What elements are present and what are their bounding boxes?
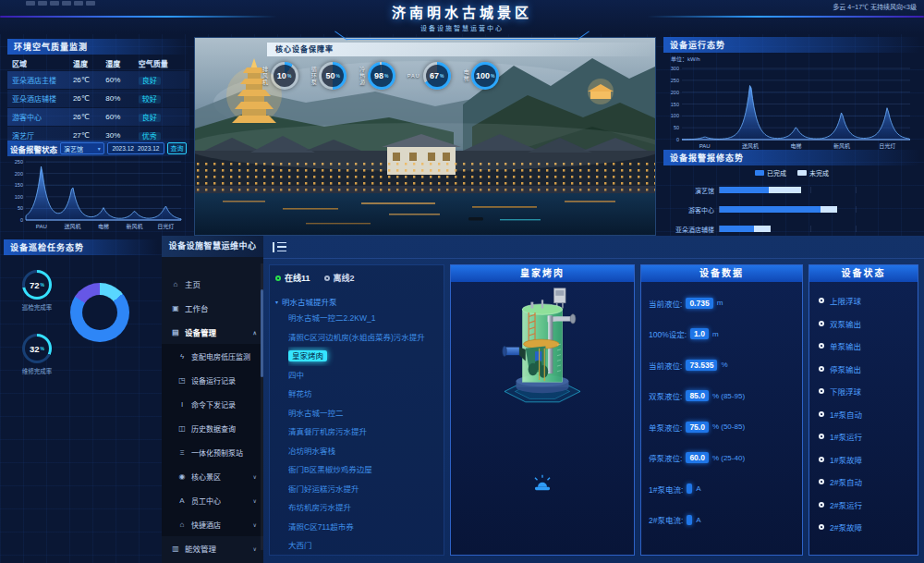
sidebar: 设备设施智慧运维中心 ⌂主页▣工作台▤设备管理∧ϟ变配电房低压监测◳设备运行记录…: [162, 236, 263, 563]
run-panel-unit: 单位：kW/h: [671, 55, 920, 63]
sidebar-item[interactable]: ◫历史数据查询: [162, 416, 263, 440]
device-status-row: 双泵输出: [819, 312, 908, 336]
device-data-panel: 设备数据 当前液位:0.735m100%设定:1.0m当前液位:73.535%双…: [640, 264, 803, 556]
header-deco-trapezoid: [346, 33, 578, 40]
task-stat: 32%维修完成率: [22, 334, 53, 375]
device-status-row: 1#泵故障: [819, 448, 908, 471]
tree-item[interactable]: 明水古城一控二2.2KW_1: [288, 309, 438, 328]
air-quality-badge: 优秀: [139, 132, 161, 141]
chevron-up-icon: ∧: [253, 329, 257, 336]
svg-text:0: 0: [20, 217, 23, 223]
alarm-date-range[interactable]: 2023.12 2023.12: [107, 142, 164, 154]
data-label: 1#泵电流:: [649, 483, 683, 495]
pump-station-3d: [459, 282, 626, 415]
sidebar-title: 设备设施智慧运维中心: [162, 236, 263, 257]
gear-icon: [275, 275, 281, 281]
tree-item[interactable]: 明水古城一控二: [288, 404, 438, 423]
sidebar-item[interactable]: ▤设备管理∧: [162, 320, 263, 344]
sidebar-scrollbar[interactable]: [261, 263, 263, 550]
sidebar-item-label: 工作台: [185, 302, 209, 313]
device-status-row: 1#泵自动: [819, 403, 908, 426]
env-humidity-cell: 80%: [105, 94, 138, 103]
status-label: 双泵输出: [830, 318, 861, 329]
tree-item[interactable]: 皇家烤肉: [288, 347, 438, 366]
weather-text: 多云 4~17℃ 无持续风向<3级: [833, 2, 917, 11]
svg-text:100: 100: [671, 113, 679, 118]
gauge-value: 100%: [471, 62, 499, 90]
env-temp-cell: 27℃: [73, 131, 105, 140]
gear-icon: [819, 524, 824, 530]
menu-collapse-icon[interactable]: [273, 242, 286, 252]
sidebar-item[interactable]: A员工中心∨: [162, 488, 263, 512]
alarm-filter-value: 演艺馆: [64, 144, 83, 153]
tree-item[interactable]: 四中: [288, 366, 438, 386]
task-stat-value: 32%: [22, 334, 52, 363]
device-tree-panel: 在线11离线2 ▾ 明水古城提升泵 明水古城一控二2.2KW_1清照C区河边机房…: [269, 264, 444, 556]
device-run-panel: 设备运行态势 单位：kW/h 050100150200250300PAU送风机电…: [663, 37, 920, 148]
command-icon: I: [177, 400, 187, 409]
env-area-cell: 亚朵酒店辅楼: [7, 93, 73, 104]
sidebar-item[interactable]: ⌂快捷酒店∨: [162, 512, 263, 536]
tree-item[interactable]: 清照C区711超市券: [288, 518, 438, 537]
data-label: 当前液位:: [649, 360, 682, 371]
tree-root-label: 明水古城提升泵: [282, 296, 337, 307]
alarm-search-button[interactable]: 查询: [167, 142, 187, 154]
status-label: 1#泵故障: [830, 454, 862, 465]
tree-tab-offline[interactable]: 离线2: [324, 272, 355, 284]
data-unit: %: [721, 361, 727, 369]
tree-items: 明水古城一控二2.2KW_1清照C区河边机房(水姐卤菜券)污水提升皇家烤肉四中鲜…: [288, 309, 438, 556]
tree-item[interactable]: 衙门好运糕污水提升: [288, 480, 438, 499]
data-panel-title: 设备数据: [641, 265, 802, 282]
svg-text:0: 0: [676, 137, 679, 142]
gear-icon: [819, 434, 824, 439]
data-unit: % (85-95): [712, 392, 745, 400]
env-humidity-cell: 60%: [105, 76, 138, 84]
tree-item[interactable]: 大西门: [288, 536, 438, 556]
air-quality-badge: 良好: [139, 77, 161, 85]
env-col-header: 空气质量: [139, 58, 189, 68]
gauge-ring: 50%: [319, 62, 346, 90]
sidebar-item[interactable]: Ξ一体化预制泵站: [162, 440, 263, 464]
repair-bars: 演艺馆游客中心亚朵酒店辅楼亚朵酒店主楼: [663, 180, 920, 236]
scenic-icon: ◉: [177, 472, 187, 481]
tree-tab-online[interactable]: 在线11: [275, 272, 310, 284]
env-area-cell: 演艺厅: [7, 130, 73, 141]
pump-visual-panel: 皇家烤肉: [450, 264, 635, 556]
data-label: 2#泵电流:: [649, 514, 683, 525]
device-status-row: 停泵输出: [819, 358, 908, 381]
alarm-filter-select[interactable]: 演艺馆 ▾: [60, 142, 104, 154]
sidebar-item[interactable]: ▥能效管理∨: [162, 536, 263, 560]
sidebar-item[interactable]: ◳设备运行记录: [162, 368, 263, 392]
data-label: 停泵液位:: [649, 452, 682, 463]
svg-text:PAU: PAU: [699, 143, 711, 149]
gear-icon: [819, 388, 824, 394]
tree-item[interactable]: 冶坊明水客栈: [288, 442, 438, 461]
sidebar-item[interactable]: ▣工作台: [162, 296, 263, 320]
bottom-toolbar: [263, 236, 924, 259]
sidebar-item[interactable]: ⌂主页: [162, 272, 263, 296]
page-subtitle: 设备设施智慧运营中心: [268, 23, 656, 32]
tree-item[interactable]: 清真餐厅机房污水提升: [288, 422, 438, 442]
svg-text:50: 50: [674, 125, 679, 130]
gauge-label: 排风机: [261, 67, 268, 86]
sidebar-item[interactable]: ◉核心景区∨: [162, 464, 263, 488]
chevron-down-icon: ∨: [253, 521, 257, 528]
run-area-chart: 050100150200250300PAU送风机电梯新风机日光灯: [663, 63, 915, 151]
env-col-header: 温度: [73, 58, 105, 68]
tree-root[interactable]: ▾ 明水古城提升泵: [275, 296, 438, 307]
tree-item-label: 清照C区711超市券: [288, 522, 354, 532]
device-status-rows: 上限浮球双泵输出单泵输出停泵输出下限浮球1#泵自动1#泵运行1#泵故障2#泵自动…: [809, 282, 918, 546]
core-gauge: 排风机10%: [261, 62, 298, 90]
data-value-chip: [687, 483, 692, 494]
tree-item[interactable]: 衙门B区黑椒炒鸡券边屋: [288, 460, 438, 480]
tree-item[interactable]: 布坊机房污水提升: [288, 498, 438, 518]
tree-item[interactable]: 鲜花坊: [288, 385, 438, 404]
sidebar-item-label: 变配电房低压监测: [191, 351, 250, 361]
svg-text:200: 200: [15, 171, 23, 177]
repair-bar-segment: [720, 206, 821, 213]
env-area-cell: 游客中心: [7, 112, 73, 122]
tree-item[interactable]: 清照C区河边机房(水姐卤菜券)污水提升: [288, 328, 438, 348]
sidebar-item[interactable]: I命令下发记录: [162, 392, 263, 416]
sidebar-menu: ⌂主页▣工作台▤设备管理∧ϟ变配电房低压监测◳设备运行记录I命令下发记录◫历史数…: [162, 257, 263, 563]
sidebar-item[interactable]: ϟ变配电房低压监测: [162, 344, 263, 368]
